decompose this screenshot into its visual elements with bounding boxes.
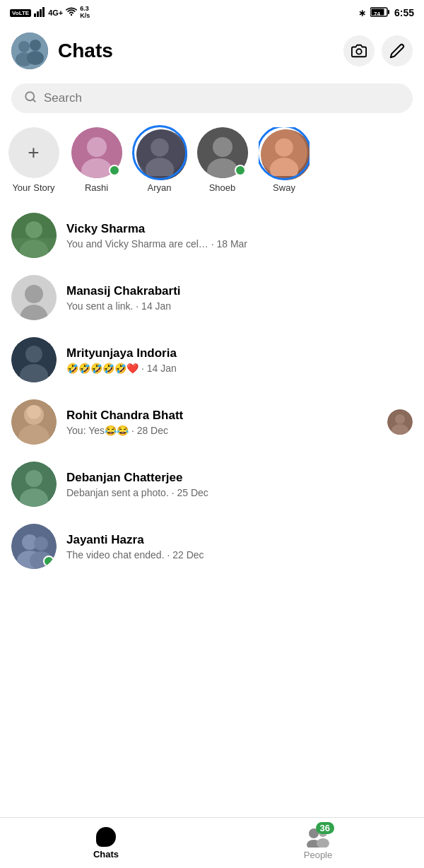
chat-avatar-mrityunjaya — [11, 337, 57, 382]
chat-item-manasij[interactable]: Manasij Chakrabarti You sent a link. · 1… — [0, 266, 424, 329]
chat-name-jayanti: Jayanti Hazra — [66, 533, 413, 547]
chat-preview-debanjan: Debanjan sent a photo. · 25 Dec — [66, 487, 413, 498]
chat-nav-icon — [96, 827, 116, 847]
story-label-rashi: Rashi — [85, 182, 108, 193]
chat-info-manasij: Manasij Chakrabarti You sent a link. · 1… — [66, 284, 413, 312]
search-container — [0, 76, 424, 123]
header: Chats — [0, 25, 424, 76]
chat-name-vicky: Vicky Sharma — [66, 222, 413, 236]
chat-item-rohit[interactable]: Rohit Chandra Bhatt You: Yes😂😂 · 28 Dec — [0, 391, 424, 453]
page-title: Chats — [58, 40, 334, 62]
chat-info-vicky: Vicky Sharma You and Vicky Sharma are ce… — [66, 222, 413, 250]
chat-name-manasij: Manasij Chakrabarti — [66, 284, 413, 298]
svg-rect-3 — [42, 7, 45, 17]
chat-name-mrityunjaya: Mrityunjaya Indoria — [66, 346, 413, 360]
bluetooth-icon: ∗ — [358, 8, 366, 18]
nav-chats[interactable]: Chats — [0, 818, 212, 868]
search-input[interactable] — [44, 91, 400, 105]
chat-info-mrityunjaya: Mrityunjaya Indoria 🤣🤣🤣🤣🤣❤️ · 14 Jan — [66, 346, 413, 374]
online-indicator-jayanti — [43, 556, 54, 567]
nav-people[interactable]: 36 People — [212, 818, 424, 868]
svg-point-34 — [25, 346, 42, 363]
chat-item-mrityunjaya[interactable]: Mrityunjaya Indoria 🤣🤣🤣🤣🤣❤️ · 14 Jan — [0, 329, 424, 391]
chat-avatar-rohit — [11, 399, 57, 445]
wifi-icon — [66, 7, 77, 18]
camera-button[interactable] — [343, 35, 375, 66]
add-story-button[interactable]: + — [8, 127, 59, 178]
chat-info-jayanti: Jayanti Hazra The video chat ended. · 22… — [66, 533, 413, 561]
chat-preview-jayanti: The video chat ended. · 22 Dec — [66, 549, 413, 561]
search-bar[interactable] — [11, 83, 413, 113]
svg-rect-6 — [388, 10, 389, 14]
svg-point-24 — [213, 137, 232, 157]
chat-avatar-debanjan — [11, 462, 57, 507]
people-icon-wrap: 36 — [305, 826, 331, 848]
svg-point-30 — [25, 221, 42, 238]
chat-list: Vicky Sharma You and Vicky Sharma are ce… — [0, 204, 424, 634]
nav-people-label: People — [304, 850, 332, 860]
svg-point-13 — [27, 51, 44, 65]
svg-rect-2 — [40, 9, 42, 17]
svg-point-56 — [317, 838, 329, 848]
chat-preview-manasij: You sent a link. · 14 Jan — [66, 300, 413, 312]
svg-point-39 — [27, 405, 41, 419]
edit-button[interactable] — [382, 35, 413, 66]
svg-point-41 — [395, 414, 405, 424]
chat-preview-vicky: You and Vicky Sharma are cel… · 18 Mar — [66, 238, 413, 250]
svg-point-10 — [18, 41, 30, 52]
chat-avatar-manasij — [11, 275, 57, 320]
status-bar: VoLTE 4G+ 6.3K/s ∗ — [0, 0, 424, 25]
online-indicator-shoeb — [235, 165, 246, 176]
chat-avatar-jayanti — [11, 524, 57, 569]
svg-text:74: 74 — [374, 10, 380, 16]
svg-point-18 — [87, 137, 107, 157]
chat-item-jayanti[interactable]: Jayanti Hazra The video chat ended. · 22… — [0, 515, 424, 577]
bottom-nav: Chats 36 People — [0, 817, 424, 868]
story-label-your-story: Your Story — [12, 182, 54, 193]
chat-name-debanjan: Debanjan Chatterjee — [66, 471, 413, 485]
story-item-aryan[interactable]: Aryan — [133, 127, 186, 193]
status-left: VoLTE 4G+ 6.3K/s — [10, 6, 90, 20]
chat-info-rohit: Rohit Chandra Bhatt You: Yes😂😂 · 28 Dec — [66, 409, 377, 436]
svg-rect-32 — [11, 238, 57, 258]
svg-rect-1 — [37, 11, 39, 17]
chat-item-vicky[interactable]: Vicky Sharma You and Vicky Sharma are ce… — [0, 204, 424, 266]
chat-name-rohit: Rohit Chandra Bhatt — [66, 409, 377, 423]
profile-avatar[interactable] — [11, 33, 48, 69]
volte-badge: VoLTE — [10, 9, 31, 17]
people-badge: 36 — [316, 822, 334, 834]
story-ring-aryan — [132, 125, 187, 180]
chat-thumb-rohit — [387, 409, 413, 435]
svg-point-49 — [34, 536, 48, 551]
story-item-shoeb[interactable]: Shoeb — [196, 127, 249, 193]
svg-point-14 — [356, 49, 361, 54]
time-display: 6:55 — [394, 7, 414, 18]
story-item-rashi[interactable]: Rashi — [70, 127, 123, 193]
signal-text — [34, 7, 45, 18]
svg-rect-0 — [34, 13, 36, 17]
svg-point-51 — [98, 828, 114, 844]
online-indicator-rashi — [109, 165, 120, 176]
story-ring-sway — [259, 127, 310, 180]
chat-avatar-vicky — [11, 213, 57, 258]
story-item-your-story[interactable]: + Your Story — [7, 127, 60, 193]
search-icon — [24, 90, 37, 106]
chat-preview-rohit: You: Yes😂😂 · 28 Dec — [66, 425, 377, 436]
stories-row: + Your Story Rashi — [0, 123, 424, 204]
svg-point-12 — [30, 40, 41, 51]
story-label-aryan: Aryan — [148, 182, 172, 193]
story-item-sway[interactable]: Sway — [259, 127, 310, 193]
network-type: 4G+ — [48, 8, 63, 17]
battery-icon: 74 — [370, 7, 390, 19]
chat-info-debanjan: Debanjan Chatterjee Debanjan sent a phot… — [66, 471, 413, 498]
chat-item-debanjan[interactable]: Debanjan Chatterjee Debanjan sent a phot… — [0, 453, 424, 515]
chat-preview-mrityunjaya: 🤣🤣🤣🤣🤣❤️ · 14 Jan — [66, 363, 413, 374]
status-right: ∗ 74 6:55 — [358, 7, 414, 19]
svg-point-4 — [71, 14, 72, 16]
svg-point-44 — [25, 470, 42, 487]
header-icons — [343, 35, 413, 66]
story-label-shoeb: Shoeb — [209, 182, 236, 193]
nav-chats-label: Chats — [93, 849, 119, 860]
speed-text: 6.3K/s — [80, 6, 90, 20]
svg-line-16 — [33, 99, 35, 101]
